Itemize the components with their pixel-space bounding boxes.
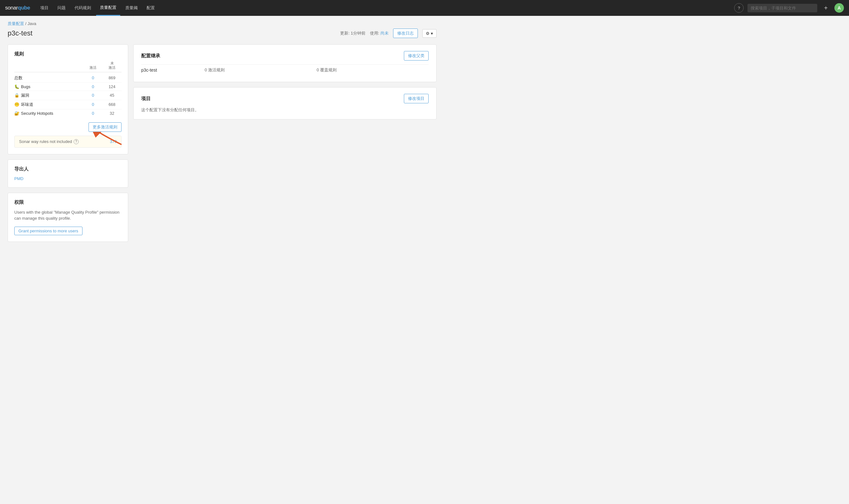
breadcrumb-parent[interactable]: 质量配置: [7, 21, 24, 26]
usage-label: 使用: 尚未: [370, 31, 389, 36]
breadcrumb-current: Java: [28, 21, 36, 26]
rule-active-smell[interactable]: 0: [84, 102, 103, 107]
projects-card: 项目 修改项目 这个配置下没有分配任何项目。: [133, 87, 436, 120]
table-row: 😶坏味道 0 668: [14, 100, 122, 109]
rule-label-smell: 😶坏味道: [14, 102, 84, 107]
gear-icon: ⚙: [426, 31, 430, 36]
right-col: 配置继承 修改父类 p3c-test 0 激活规则 0 覆盖规则 项目 修改项目…: [133, 44, 436, 120]
rule-active-hotspots[interactable]: 0: [84, 111, 103, 116]
page-header: p3c-test 更新: 1分钟前 使用: 尚未 修改日志 ⚙▾: [7, 29, 436, 38]
sonar-way-count: 379: [110, 139, 117, 144]
left-col: 规则 激活 未激活 总数 0 869 🐛Bugs 0 124: [7, 44, 128, 242]
update-label: 更新: 1分钟前: [340, 31, 365, 36]
help-button[interactable]: ?: [734, 3, 744, 13]
rules-table-header: 激活 未激活: [14, 61, 122, 72]
changelog-button[interactable]: 修改日志: [393, 29, 418, 38]
permissions-card-title: 权限: [14, 199, 122, 205]
change-projects-button[interactable]: 修改项目: [404, 94, 429, 103]
nav-item-projects[interactable]: 项目: [36, 0, 52, 16]
rules-card-title: 规则: [14, 51, 122, 57]
breadcrumb: 质量配置 / Java: [7, 21, 436, 26]
inheritance-override-rules: 0 覆盖规则: [317, 67, 429, 73]
rule-inactive-smell: 668: [103, 102, 122, 107]
inheritance-row: p3c-test 0 激活规则 0 覆盖规则: [141, 64, 429, 75]
breadcrumb-separator: /: [24, 21, 28, 26]
rule-inactive-bugs: 124: [103, 84, 122, 89]
search-input[interactable]: [747, 4, 817, 12]
inheritance-card-header: 配置继承 修改父类: [141, 51, 429, 60]
rule-active-bugs[interactable]: 0: [84, 84, 103, 89]
inheritance-profile-name: p3c-test: [141, 68, 205, 73]
page-wrapper: 质量配置 / Java p3c-test 更新: 1分钟前 使用: 尚未 修改日…: [0, 16, 444, 247]
table-row: 🔐Security Hotspots 0 32: [14, 109, 122, 117]
page-title: p3c-test: [7, 29, 32, 37]
logo-qube: qube: [18, 5, 30, 11]
sonar-way-label: Sonar way rules not included ?: [19, 139, 79, 144]
permissions-card: 权限 Users with the global "Manage Quality…: [7, 193, 128, 242]
change-parent-button[interactable]: 修改父类: [404, 51, 429, 60]
rule-active-total[interactable]: 0: [84, 75, 103, 80]
add-button[interactable]: +: [821, 3, 831, 13]
more-rules-area: 更多激活规则: [14, 122, 122, 132]
exporter-card: 导出人 PMD: [7, 159, 128, 188]
logo-sonar: sonar: [5, 5, 18, 11]
rule-label-bugs: 🐛Bugs: [14, 84, 84, 89]
rule-inactive-total: 869: [103, 75, 122, 80]
projects-card-header: 项目 修改项目: [141, 94, 429, 103]
rules-card: 规则 激活 未激活 总数 0 869 🐛Bugs 0 124: [7, 44, 128, 155]
bug-icon: 🐛: [14, 84, 19, 89]
rule-active-vuln[interactable]: 0: [84, 93, 103, 97]
inheritance-active-rules: 0 激活规则: [205, 67, 317, 73]
more-rules-button[interactable]: 更多激活规则: [88, 122, 122, 132]
page-header-right: 更新: 1分钟前 使用: 尚未 修改日志 ⚙▾: [340, 29, 436, 38]
table-row: 🔒漏洞 0 45: [14, 91, 122, 100]
rules-header-active-col: 激活: [84, 65, 103, 70]
chevron-down-icon: ▾: [431, 31, 433, 36]
lock-icon: 🔒: [14, 93, 19, 97]
topnav: sonarqube 项目 问题 代码规则 质量配置 质量阈 配置 ? + A: [0, 0, 849, 16]
nav-item-rules[interactable]: 代码规则: [71, 0, 95, 16]
exporter-pmd-link[interactable]: PMD: [14, 176, 23, 181]
rule-inactive-hotspots: 32: [103, 111, 122, 116]
nav-item-quality-gates[interactable]: 质量阈: [122, 0, 141, 16]
logo[interactable]: sonarqube: [5, 5, 30, 11]
rules-header-inactive-col: 未激活: [103, 61, 122, 70]
content-grid: 规则 激活 未激活 总数 0 869 🐛Bugs 0 124: [7, 44, 436, 242]
exporter-card-title: 导出人: [14, 166, 122, 172]
table-row: 🐛Bugs 0 124: [14, 83, 122, 91]
hotspot-icon: 🔐: [14, 111, 19, 116]
rule-label-vuln: 🔒漏洞: [14, 93, 84, 98]
projects-card-title: 项目: [141, 96, 151, 102]
nav-item-settings[interactable]: 配置: [143, 0, 159, 16]
sonar-way-help-icon[interactable]: ?: [74, 139, 79, 144]
nav-item-quality-profiles[interactable]: 质量配置: [96, 0, 120, 16]
grant-permissions-button[interactable]: Grant permissions to more users: [14, 227, 83, 235]
sonar-way-row: Sonar way rules not included ? 379: [14, 136, 122, 148]
usage-link[interactable]: 尚未: [380, 31, 389, 36]
rule-label-total: 总数: [14, 75, 84, 81]
nav-item-issues[interactable]: 问题: [54, 0, 69, 16]
settings-button[interactable]: ⚙▾: [422, 29, 436, 38]
projects-empty-text: 这个配置下没有分配任何项目。: [141, 107, 429, 113]
rule-inactive-vuln: 45: [103, 93, 122, 97]
permissions-desc: Users with the global "Manage Quality Pr…: [14, 209, 122, 221]
inheritance-card-title: 配置继承: [141, 53, 160, 59]
table-row: 总数 0 869: [14, 74, 122, 83]
smell-icon: 😶: [14, 102, 19, 107]
inheritance-card: 配置继承 修改父类 p3c-test 0 激活规则 0 覆盖规则: [133, 44, 436, 82]
rule-label-hotspots: 🔐Security Hotspots: [14, 111, 84, 116]
avatar[interactable]: A: [834, 3, 844, 13]
